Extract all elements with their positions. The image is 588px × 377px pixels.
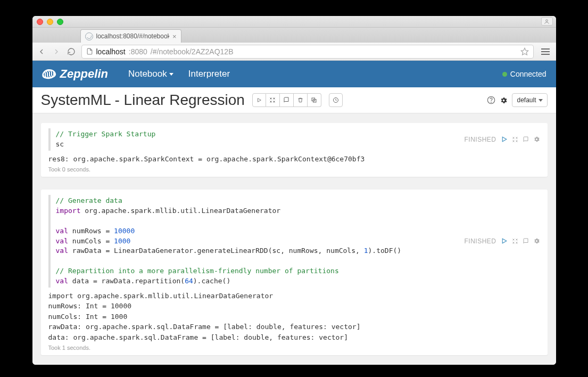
window-titlebar [32, 16, 556, 28]
notebook-body: // Trigger Spark Startup sc FINISHED res… [32, 113, 556, 365]
url-field[interactable]: localhost:8080/#/notebook/2AZ2AQ12B [81, 45, 534, 59]
code-line: ).cache() [193, 277, 230, 285]
window-maximize-button[interactable] [57, 19, 63, 25]
show-output-button[interactable] [280, 93, 294, 107]
svg-marker-9 [502, 239, 507, 244]
code-editor-2[interactable]: // Generate data import org.apache.spark… [48, 195, 465, 288]
num: 1000 [114, 237, 130, 245]
profile-button[interactable] [541, 17, 553, 26]
paragraph-1: // Trigger Spark Startup sc FINISHED res… [41, 123, 548, 177]
paragraph-tools-2: FINISHED [464, 195, 540, 288]
code-line: numRows = [68, 227, 114, 235]
bookmark-star-icon[interactable] [520, 47, 529, 56]
svg-marker-2 [258, 99, 261, 102]
brand-text: Zeppelin [60, 67, 108, 81]
code-comment: // Repartition into a more parallelism-f… [56, 267, 339, 275]
status-badge: FINISHED [464, 136, 496, 143]
globe-icon [85, 32, 93, 40]
svg-point-0 [546, 19, 548, 21]
window-close-button[interactable] [37, 19, 43, 25]
kw: val [56, 237, 68, 245]
zeppelin-icon [41, 68, 56, 79]
gear-icon[interactable] [533, 136, 540, 143]
delete-button[interactable] [294, 93, 308, 107]
status-badge: FINISHED [464, 237, 496, 245]
code-line: rawData = LinearDataGenerator.generateLi… [68, 247, 364, 255]
tab-close-button[interactable]: × [172, 32, 177, 40]
nav-interpreter[interactable]: Interpreter [188, 69, 230, 79]
num: 64 [185, 277, 193, 285]
paragraph-2: // Generate data import org.apache.spark… [41, 190, 548, 355]
url-host: localhost [96, 47, 126, 56]
caret-down-icon [539, 99, 543, 102]
code-editor-1[interactable]: // Trigger Spark Startup sc [48, 128, 465, 151]
num: 1 [364, 247, 368, 255]
tab-strip: localhost:8080/#/notebook × [32, 28, 556, 43]
collapse-icon[interactable] [512, 238, 518, 244]
book-icon[interactable] [523, 238, 529, 244]
svg-marker-8 [502, 137, 507, 142]
menu-button[interactable] [539, 46, 552, 57]
status-text: Connected [510, 70, 546, 78]
url-path: /#/notebook/2AZ2AQ12B [151, 47, 234, 56]
code-line: numCols = [68, 237, 114, 245]
code-line: data = rawData.repartition( [68, 277, 185, 285]
kw: val [56, 247, 68, 255]
help-button[interactable] [487, 96, 495, 104]
connection-status: Connected [502, 70, 546, 78]
page-icon [86, 47, 93, 55]
notebook-toolbar: SystemML - Linear Regression [32, 87, 556, 113]
took-1: Took 0 seconds. [48, 166, 540, 173]
collapse-button[interactable] [266, 93, 280, 107]
collapse-icon[interactable] [512, 136, 518, 143]
code-line: org.apache.spark.mllib.util.LinearDataGe… [80, 207, 280, 215]
nav-notebook-label: Notebook [128, 69, 167, 79]
book-icon[interactable] [523, 136, 529, 143]
clone-button[interactable] [308, 93, 321, 107]
kw: import [56, 207, 81, 215]
run-all-button[interactable] [252, 93, 266, 107]
run-icon[interactable] [501, 237, 508, 244]
settings-button[interactable] [500, 96, 508, 104]
svg-marker-1 [521, 48, 528, 55]
svg-point-7 [491, 102, 492, 103]
main-nav: Notebook Interpreter [128, 69, 230, 79]
default-label: default [517, 96, 536, 104]
num: 10000 [114, 227, 135, 235]
output-1: res8: org.apache.spark.SparkContext = or… [48, 154, 540, 165]
browser-tab[interactable]: localhost:8080/#/notebook × [80, 29, 181, 43]
notebook-title[interactable]: SystemML - Linear Regression [41, 92, 245, 109]
kw: val [56, 277, 68, 285]
zeppelin-logo[interactable]: Zeppelin [42, 67, 108, 81]
browser-window: localhost:8080/#/notebook × localhost:80… [32, 16, 556, 365]
output-2: import org.apache.spark.mllib.util.Linea… [48, 291, 540, 343]
url-port: :8080 [129, 47, 147, 56]
nav-interpreter-label: Interpreter [188, 69, 230, 79]
reload-button[interactable] [67, 47, 76, 56]
status-dot-icon [502, 72, 507, 77]
app-header: Zeppelin Notebook Interpreter Connected [32, 61, 556, 87]
forward-button[interactable] [52, 47, 61, 56]
scheduler-button[interactable] [329, 93, 343, 107]
window-minimize-button[interactable] [47, 19, 53, 25]
code-line: ).toDF() [368, 247, 402, 255]
code-line: sc [56, 140, 64, 148]
kw: val [56, 227, 68, 235]
caret-down-icon [169, 73, 173, 76]
code-comment: // Generate data [56, 196, 122, 204]
user-icon [544, 19, 550, 24]
gear-icon[interactable] [533, 237, 540, 244]
nav-notebook[interactable]: Notebook [128, 69, 173, 79]
tab-title: localhost:8080/#/notebook [96, 32, 169, 40]
back-button[interactable] [37, 47, 46, 56]
default-dropdown[interactable]: default [512, 93, 547, 107]
nb-actions [252, 93, 321, 107]
took-2: Took 1 seconds. [48, 345, 540, 351]
code-comment: // Trigger Spark Startup [56, 130, 156, 138]
address-bar: localhost:8080/#/notebook/2AZ2AQ12B [32, 43, 556, 61]
paragraph-tools-1: FINISHED [464, 128, 540, 151]
run-icon[interactable] [501, 136, 508, 143]
